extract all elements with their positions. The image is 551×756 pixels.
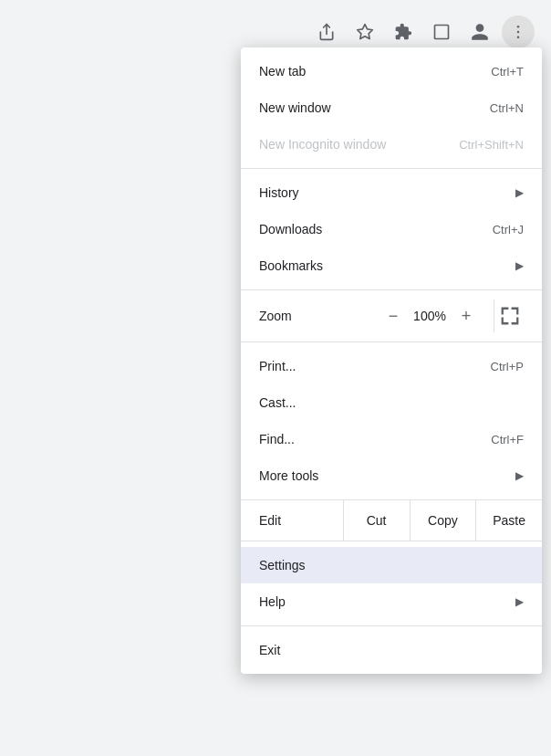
svg-point-3 bbox=[517, 26, 520, 28]
svg-point-5 bbox=[517, 37, 520, 39]
menu-section-zoom: Zoom − 100% + bbox=[241, 290, 542, 342]
menu-item-settings[interactable]: Settings bbox=[241, 547, 542, 583]
menu-section-exit: Exit bbox=[241, 626, 542, 674]
menu-section-settings: Settings Help ▶ bbox=[241, 541, 542, 626]
edit-cut-button[interactable]: Cut bbox=[343, 500, 410, 541]
menu-item-bookmarks[interactable]: Bookmarks ▶ bbox=[241, 247, 542, 284]
bookmark-icon[interactable] bbox=[348, 16, 381, 48]
menu-item-new-tab[interactable]: New tab Ctrl+T bbox=[241, 53, 542, 89]
menu-section-edit: Edit Cut Copy Paste bbox=[241, 500, 542, 541]
menu-item-new-window[interactable]: New window Ctrl+N bbox=[241, 89, 542, 126]
more-icon[interactable] bbox=[502, 16, 535, 48]
menu-item-cast[interactable]: Cast... bbox=[241, 384, 542, 421]
chrome-menu: New tab Ctrl+T New window Ctrl+N New Inc… bbox=[241, 47, 542, 674]
menu-item-print[interactable]: Print... Ctrl+P bbox=[241, 348, 542, 384]
svg-point-4 bbox=[517, 31, 520, 34]
zoom-row: Zoom − 100% + bbox=[241, 296, 542, 336]
menu-item-help[interactable]: Help ▶ bbox=[241, 583, 542, 620]
tab-search-icon[interactable] bbox=[425, 16, 458, 48]
menu-item-find[interactable]: Find... Ctrl+F bbox=[241, 421, 542, 457]
extensions-icon[interactable] bbox=[387, 16, 420, 48]
menu-section-new: New tab Ctrl+T New window Ctrl+N New Inc… bbox=[241, 47, 542, 169]
menu-section-nav: History ▶ Downloads Ctrl+J Bookmarks ▶ bbox=[241, 169, 542, 290]
zoom-plus-button[interactable]: + bbox=[450, 299, 483, 332]
zoom-fullscreen-button[interactable] bbox=[496, 302, 524, 330]
edit-copy-button[interactable]: Copy bbox=[410, 500, 476, 541]
zoom-minus-button[interactable]: − bbox=[377, 299, 410, 332]
edit-paste-button[interactable]: Paste bbox=[475, 500, 542, 541]
menu-item-downloads[interactable]: Downloads Ctrl+J bbox=[241, 211, 542, 247]
svg-marker-1 bbox=[358, 25, 373, 39]
profile-icon[interactable] bbox=[463, 16, 496, 48]
zoom-controls: − 100% + bbox=[377, 299, 524, 332]
share-icon[interactable] bbox=[310, 16, 343, 48]
menu-item-exit[interactable]: Exit bbox=[241, 632, 542, 668]
zoom-value: 100% bbox=[410, 309, 450, 323]
menu-item-new-incognito[interactable]: New Incognito window Ctrl+Shift+N bbox=[241, 126, 542, 163]
menu-item-history[interactable]: History ▶ bbox=[241, 174, 542, 211]
menu-section-tools: Print... Ctrl+P Cast... Find... Ctrl+F M… bbox=[241, 342, 542, 500]
zoom-divider bbox=[494, 299, 494, 332]
svg-rect-2 bbox=[435, 26, 449, 39]
menu-item-more-tools[interactable]: More tools ▶ bbox=[241, 457, 542, 494]
